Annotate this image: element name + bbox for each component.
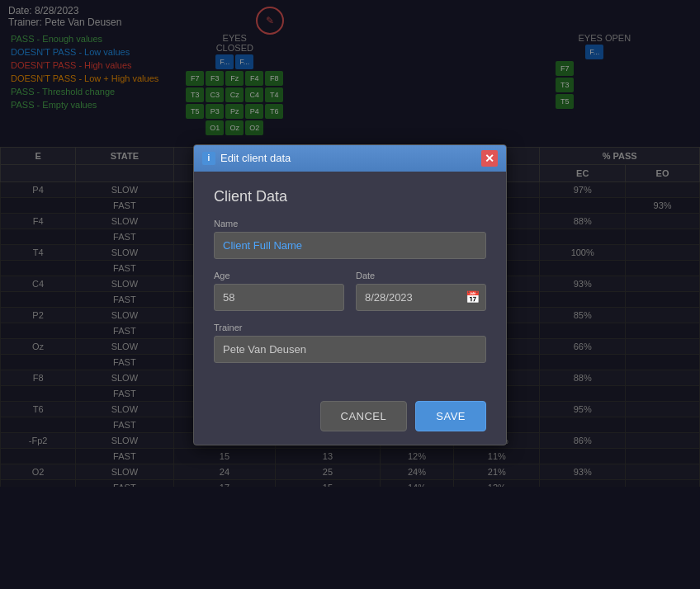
save-button[interactable]: SAVE [415,401,486,431]
date-wrapper: 📅 [356,284,486,311]
close-icon: ✕ [485,153,494,164]
modal-body: Client Data Name Age Date 📅 [194,172,506,391]
age-date-row: Age Date 📅 [214,271,486,323]
calendar-icon[interactable]: 📅 [466,290,480,304]
cancel-button[interactable]: CANCEL [320,401,408,431]
trainer-form-group: Trainer [214,323,486,363]
edit-client-modal: i Edit client data ✕ Client Data Name Ag… [193,144,507,445]
name-form-group: Name [214,219,486,259]
name-input[interactable] [214,232,486,259]
trainer-label: Trainer [214,323,486,332]
modal-title: Edit client data [220,152,291,164]
trainer-input[interactable] [214,336,486,363]
date-form-group: Date 📅 [356,271,486,311]
modal-titlebar: i Edit client data ✕ [194,145,506,172]
name-label: Name [214,219,486,229]
age-input[interactable] [214,284,344,311]
age-form-group: Age [214,271,344,311]
age-label: Age [214,271,344,280]
modal-section-title: Client Data [214,188,486,205]
modal-close-button[interactable]: ✕ [481,150,498,167]
modal-footer: CANCEL SAVE [194,391,506,445]
date-label: Date [356,271,486,280]
modal-overlay: i Edit client data ✕ Client Data Name Ag… [0,0,700,589]
modal-app-icon: i [202,152,215,165]
modal-titlebar-left: i Edit client data [202,152,291,165]
